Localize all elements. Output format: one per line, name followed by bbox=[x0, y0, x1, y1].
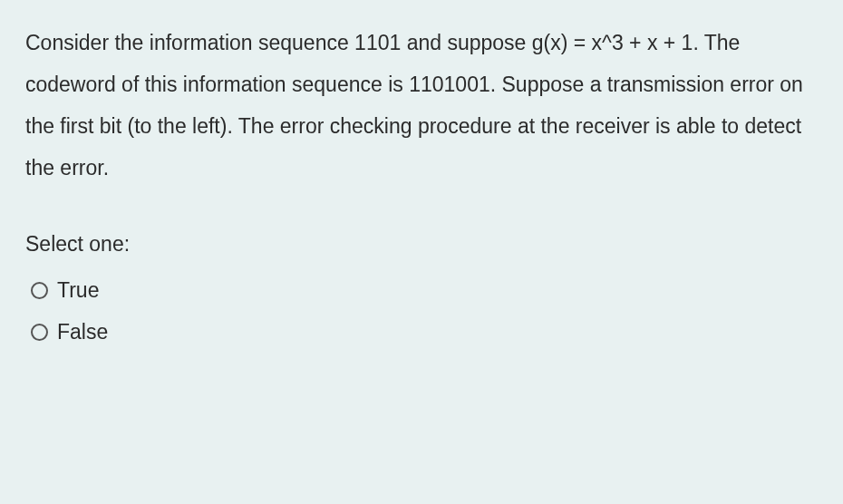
question-text: Consider the information sequence 1101 a… bbox=[25, 22, 818, 189]
select-one-prompt: Select one: bbox=[25, 223, 818, 265]
option-false[interactable]: False bbox=[25, 317, 818, 346]
radio-icon[interactable] bbox=[31, 324, 48, 341]
option-label-false: False bbox=[57, 317, 108, 346]
option-true[interactable]: True bbox=[25, 276, 818, 305]
radio-icon[interactable] bbox=[31, 282, 48, 299]
option-label-true: True bbox=[57, 276, 99, 305]
